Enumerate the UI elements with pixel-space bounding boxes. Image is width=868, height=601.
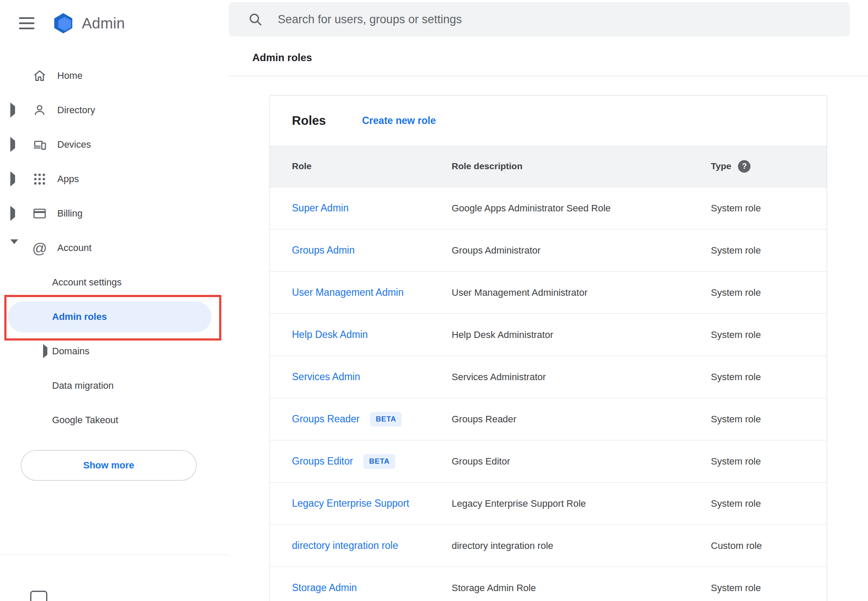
search-input[interactable] [278,13,794,26]
role-link[interactable]: Services Admin [292,371,360,382]
chevron-right-icon[interactable] [10,175,15,183]
create-new-role-link[interactable]: Create new role [362,115,436,127]
google-admin-console: Admin Home Directory [0,0,868,601]
chevron-right-icon[interactable] [10,141,15,149]
role-description: Groups Editor [452,456,510,467]
sidebar-item-label: Home [57,70,83,81]
sidebar-item-label: Billing [57,208,83,219]
chevron-right-icon[interactable] [10,210,15,217]
bottom-partial-icon[interactable] [30,591,47,601]
help-question-icon[interactable]: ? [738,160,750,173]
table-row[interactable]: Legacy Enterprise Support Legacy Enterpr… [270,482,827,524]
roles-table-header: Role Role description Type? [270,146,827,187]
role-cell: Help Desk Admin [270,329,452,341]
role-cell: Legacy Enterprise Support [270,498,452,509]
type-cell: System role [711,456,827,467]
sidebar-item-admin-roles[interactable]: Admin roles [0,300,229,334]
description-cell: Google Apps Administrator Seed Role [452,203,711,214]
role-cell: Groups Admin [270,245,452,256]
type-cell: System role [711,372,827,383]
beta-badge: BETA [370,412,402,427]
description-cell: Services Administrator [452,372,711,383]
role-link[interactable]: Groups Reader [292,413,360,424]
sidebar-item-label: Account settings [52,277,121,288]
role-cell: Groups Editor BETA [270,454,452,469]
description-cell: directory integration role [452,540,711,551]
sidebar-item-label: Devices [57,139,91,150]
sidebar-item-domains[interactable]: Domains [0,334,229,369]
hamburger-menu-icon[interactable] [19,17,34,29]
table-row[interactable]: Groups Reader BETA Groups Reader System … [270,398,827,440]
role-description: directory integration role [452,540,553,551]
column-header-type: Type? [711,160,827,173]
sidebar-item-billing[interactable]: Billing [0,196,229,231]
sidebar-item-label: Directory [57,105,95,116]
breadcrumb: Admin roles [252,52,312,64]
type-cell: System role [711,287,827,298]
role-link[interactable]: Groups Admin [292,245,355,256]
table-row[interactable]: Groups Admin Groups Administrator System… [270,229,827,271]
role-description: Google Apps Administrator Seed Role [452,203,611,214]
sidebar-item-label: Domains [52,346,90,357]
description-cell: Groups Administrator [452,245,711,256]
active-item-highlight [8,301,211,332]
role-cell: User Management Admin [270,287,452,298]
roles-card-header: Roles Create new role [270,96,827,146]
sidebar-item-label: Data migration [52,380,114,391]
description-cell: Help Desk Administrator [452,329,711,341]
type-cell: System role [711,329,827,341]
sidebar-item-devices[interactable]: Devices [0,127,229,162]
search-icon [248,12,263,27]
sidebar-item-account-settings[interactable]: Account settings [0,265,229,300]
role-cell: Services Admin [270,371,452,383]
home-icon [31,68,48,83]
table-row[interactable]: Storage Admin Storage Admin Role System … [270,567,827,601]
type-cell: System role [711,582,827,594]
role-type: System role [711,456,761,467]
search-bar[interactable] [229,2,850,37]
table-row[interactable]: Services Admin Services Administrator Sy… [270,356,827,398]
role-link[interactable]: directory integration role [292,540,398,551]
table-row[interactable]: User Management Admin User Management Ad… [270,271,827,313]
role-link[interactable]: User Management Admin [292,287,404,298]
sidebar-item-directory[interactable]: Directory [0,93,229,127]
role-link[interactable]: Groups Editor [292,455,353,467]
role-link[interactable]: Legacy Enterprise Support [292,498,409,509]
role-link[interactable]: Help Desk Admin [292,329,368,340]
role-description: Services Administrator [452,372,546,382]
type-cell: Custom role [711,540,827,551]
sidebar-item-google-takeout[interactable]: Google Takeout [0,403,229,437]
type-cell: System role [711,414,827,425]
sidebar-item-label: Account [57,242,92,254]
role-cell: directory integration role [270,540,452,551]
chevron-right-icon[interactable] [43,347,47,355]
role-link[interactable]: Storage Admin [292,582,357,593]
role-type: Custom role [711,540,762,551]
sidebar-nav: Home Directory De [0,59,229,437]
table-row[interactable]: Super Admin Google Apps Administrator Se… [270,187,827,229]
credit-card-icon [31,206,48,221]
sidebar-item-data-migration[interactable]: Data migration [0,369,229,403]
person-icon [31,103,48,118]
show-more-button[interactable]: Show more [21,450,197,481]
sidebar-item-account[interactable]: @ Account [0,231,229,265]
table-row[interactable]: Groups Editor BETA Groups Editor System … [270,440,827,482]
chevron-right-icon[interactable] [10,106,15,114]
roles-table-body: Super Admin Google Apps Administrator Se… [270,187,827,601]
role-cell: Storage Admin [270,582,452,594]
role-type: System role [711,582,761,593]
table-row[interactable]: Help Desk Admin Help Desk Administrator … [270,313,827,356]
roles-title: Roles [292,114,326,128]
sidebar-item-home[interactable]: Home [0,59,229,93]
sidebar-item-label: Google Takeout [52,415,118,426]
role-type: System role [711,329,761,340]
role-type: System role [711,414,761,424]
type-cell: System role [711,498,827,509]
table-row[interactable]: directory integration role directory int… [270,524,827,567]
chevron-down-icon[interactable] [10,244,18,252]
column-header-role: Role [270,161,452,171]
app-logo[interactable]: Admin [52,12,125,35]
sidebar-item-apps[interactable]: Apps [0,162,229,196]
sidebar-item-label: Admin roles [52,311,107,322]
role-link[interactable]: Super Admin [292,202,349,214]
